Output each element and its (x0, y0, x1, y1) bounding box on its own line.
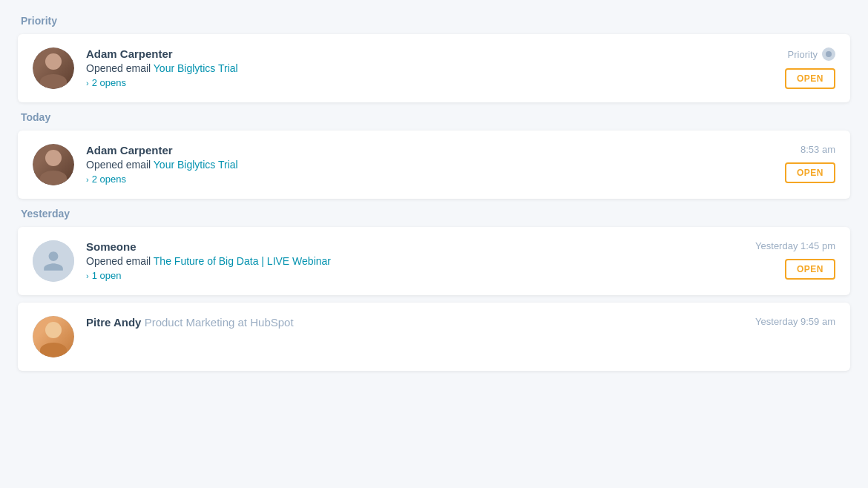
chevron-icon: › (86, 79, 89, 88)
meta-time: 8:53 am (800, 144, 835, 155)
meta-time: Yesterday 1:45 pm (755, 240, 835, 251)
action-text: Opened email (86, 62, 154, 74)
email-action: Opened email The Future of Big Data | LI… (86, 255, 743, 267)
card-meta-pitre: Yesterday 9:59 am (755, 316, 835, 327)
opens-text: 1 open (92, 270, 122, 281)
card-meta-priority: Priority OPEN (785, 47, 835, 89)
card-content-adam-priority: Adam Carpenter Opened email Your Biglyti… (86, 47, 773, 88)
priority-label: Priority (788, 49, 818, 60)
opens-text: 2 opens (92, 77, 126, 88)
card-meta-someone: Yesterday 1:45 pm OPEN (755, 240, 835, 280)
opens-row[interactable]: › 2 opens (86, 77, 773, 88)
chevron-icon: › (86, 271, 89, 280)
avatar-someone (33, 240, 74, 282)
card-pitre: Pitre Andy Product Marketing at HubSpot … (18, 303, 850, 371)
card-content-adam-today: Adam Carpenter Opened email Your Biglyti… (86, 144, 773, 185)
section-label-priority: Priority (18, 15, 850, 27)
contact-name: Adam Carpenter (86, 144, 773, 156)
email-action: Opened email Your Biglytics Trial (86, 159, 773, 171)
opens-text: 2 opens (92, 174, 126, 185)
email-link[interactable]: Your Biglytics Trial (154, 159, 238, 171)
card-meta-today: 8:53 am OPEN (785, 144, 835, 183)
contact-name: Adam Carpenter (86, 47, 773, 60)
action-text: Opened email (86, 255, 154, 267)
meta-priority: Priority (788, 47, 835, 61)
priority-icon (822, 47, 835, 61)
open-button[interactable]: OPEN (785, 68, 835, 89)
section-priority: Priority Adam Carpenter Opened email You… (18, 15, 850, 102)
email-action: Opened email Your Biglytics Trial (86, 62, 773, 74)
open-button[interactable]: OPEN (785, 162, 835, 183)
meta-time: Yesterday 9:59 am (755, 316, 835, 327)
section-today: Today Adam Carpenter Opened email Your B… (18, 111, 850, 199)
card-content-someone: Someone Opened email The Future of Big D… (86, 240, 743, 281)
card-someone: Someone Opened email The Future of Big D… (18, 227, 850, 295)
card-content-pitre: Pitre Andy Product Marketing at HubSpot (86, 316, 743, 331)
chevron-icon: › (86, 175, 89, 184)
contact-name: Someone (86, 240, 743, 253)
section-label-yesterday: Yesterday (18, 208, 850, 220)
page-container: Priority Adam Carpenter Opened email You… (18, 15, 850, 371)
person-icon (42, 249, 65, 273)
avatar-adam-priority (33, 47, 74, 89)
opens-row[interactable]: › 2 opens (86, 174, 773, 185)
section-yesterday: Yesterday Someone Opened email The Futur… (18, 208, 850, 371)
email-link[interactable]: The Future of Big Data | LIVE Webinar (154, 255, 331, 267)
email-link[interactable]: Your Biglytics Trial (154, 62, 238, 74)
section-label-today: Today (18, 111, 850, 123)
card-adam-today: Adam Carpenter Opened email Your Biglyti… (18, 131, 850, 199)
action-text: Opened email (86, 159, 154, 171)
contact-name: Pitre Andy Product Marketing at HubSpot (86, 316, 743, 329)
contact-subtitle: Product Marketing at HubSpot (145, 316, 294, 329)
open-button[interactable]: OPEN (785, 259, 835, 280)
avatar-pitre (33, 316, 74, 357)
card-adam-priority: Adam Carpenter Opened email Your Biglyti… (18, 34, 850, 102)
opens-row[interactable]: › 1 open (86, 270, 743, 281)
avatar-adam-today (33, 144, 74, 185)
